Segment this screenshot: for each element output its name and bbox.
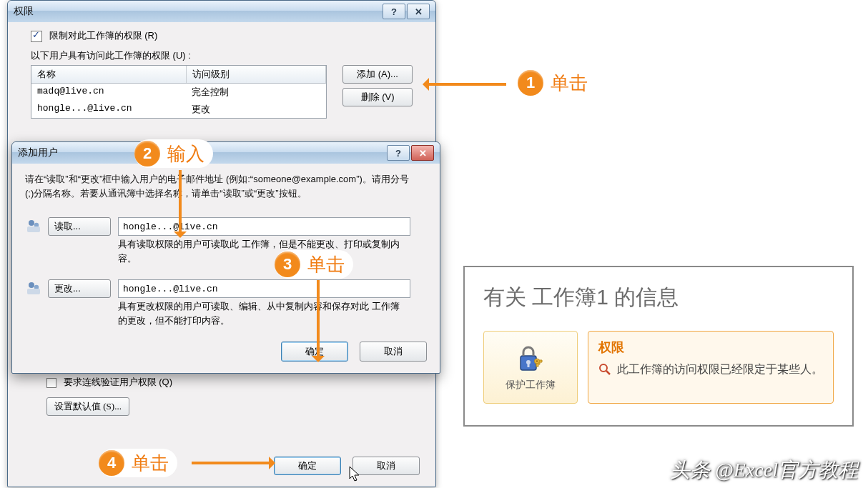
add-dialog-cancel-button[interactable]: 取消: [360, 342, 427, 362]
read-button[interactable]: 读取...: [48, 217, 111, 236]
change-input[interactable]: hongle...@live.cn: [118, 279, 410, 298]
help-icon[interactable]: ?: [387, 145, 410, 161]
close-icon[interactable]: ✕: [407, 4, 430, 19]
callout-4: 4 单击: [99, 449, 177, 477]
svg-point-3: [29, 282, 34, 288]
restrict-checkbox-label: 限制对此工作簿的权限 (R): [49, 30, 158, 41]
user-table[interactable]: 名称 访问级别 madq@live.cn 完全控制 hongle...@live…: [31, 65, 327, 119]
callout-badge-3: 3: [275, 252, 300, 277]
contact-icon: [25, 217, 42, 234]
permission-title: 权限: [598, 339, 823, 356]
cancel-button[interactable]: 取消: [352, 457, 420, 475]
contact-icon: [25, 279, 42, 297]
require-conn-row[interactable]: 要求连线验证用户权限 (Q): [46, 376, 425, 389]
users-label: 以下用户具有访问此工作簿的权限 (U) :: [31, 49, 425, 62]
add-user-dialog-titlebar[interactable]: 添加用户 ? ✕: [12, 142, 440, 164]
require-conn-checkbox[interactable]: [46, 378, 56, 388]
col-name[interactable]: 名称: [31, 66, 187, 83]
svg-rect-2: [27, 226, 40, 232]
svg-point-11: [600, 364, 607, 372]
callout-1: 1 单击: [518, 70, 588, 96]
svg-line-12: [606, 371, 610, 374]
close-icon[interactable]: ✕: [411, 145, 434, 161]
callout-badge-4: 4: [99, 450, 124, 476]
callout-3-arrow: [317, 280, 320, 359]
info-title: 有关 工作簿1 的信息: [483, 283, 834, 312]
protect-workbook-label: 保护工作簿: [505, 379, 556, 392]
callout-badge-1: 1: [518, 70, 543, 96]
svg-point-0: [29, 220, 34, 226]
ok-button[interactable]: 确定: [274, 457, 341, 475]
callout-4-text: 单击: [132, 451, 169, 476]
protect-workbook-button[interactable]: 保护工作簿: [483, 331, 578, 404]
remove-button[interactable]: 删除 (V): [342, 88, 413, 106]
col-level[interactable]: 访问级别: [187, 66, 326, 83]
restrict-checkbox[interactable]: [31, 31, 42, 42]
callout-1-text: 单击: [551, 71, 588, 96]
add-user-title: 添加用户: [18, 146, 58, 159]
magnifier-icon: [598, 363, 611, 376]
callout-1-arrow: [426, 83, 506, 86]
restrict-checkbox-row[interactable]: 限制对此工作簿的权限 (R): [31, 29, 425, 42]
callout-4-arrow: [192, 462, 272, 464]
callout-2-arrow: [179, 170, 182, 234]
change-description: 具有更改权限的用户可读取、编辑、从中复制内容和保存对此 工作簿 的更改，但不能打…: [118, 299, 400, 327]
svg-rect-8: [528, 363, 530, 367]
permission-dialog-titlebar[interactable]: 权限 ? ✕: [8, 1, 435, 22]
table-row[interactable]: madq@live.cn 完全控制: [31, 84, 326, 101]
add-user-dialog: 添加用户 ? ✕ 请在“读取”和“更改”框中输入用户的电子邮件地址 (例如:“s…: [11, 141, 440, 374]
callout-3-text: 单击: [307, 252, 345, 277]
change-button[interactable]: 更改...: [48, 279, 111, 298]
callout-2-text: 输入: [167, 141, 204, 166]
set-default-button[interactable]: 设置默认值 (S)...: [46, 397, 129, 416]
help-icon[interactable]: ?: [383, 4, 405, 19]
workbook-info-panel: 有关 工作簿1 的信息 保护工作簿 权限 此工作簿的访问: [463, 266, 854, 427]
add-user-instruction: 请在“读取”和“更改”框中输入用户的电子邮件地址 (例如:“someone@ex…: [25, 172, 411, 200]
read-input[interactable]: hongle...@live.cn: [118, 217, 410, 236]
svg-rect-5: [27, 289, 40, 294]
callout-badge-2: 2: [134, 141, 160, 166]
callout-3: 3 单击: [275, 250, 353, 279]
require-conn-label: 要求连线验证用户权限 (Q): [64, 377, 172, 387]
permission-dialog-title: 权限: [14, 5, 34, 18]
table-row[interactable]: hongle...@live.cn 更改: [31, 101, 326, 118]
permission-info-tile: 权限 此工作簿的访问权限已经限定于某些人。: [588, 331, 834, 404]
lock-icon: [515, 343, 546, 374]
add-button[interactable]: 添加 (A)...: [342, 65, 413, 84]
svg-point-10: [536, 360, 538, 362]
permission-desc: 此工作簿的访问权限已经限定于某些人。: [617, 360, 823, 379]
callout-2: 2 输入: [134, 139, 213, 168]
read-description: 具有读取权限的用户可读取此 工作簿，但是不能更改、打印或复制内容。: [118, 237, 400, 265]
watermark: 头条 @Excel官方教程: [670, 457, 858, 484]
